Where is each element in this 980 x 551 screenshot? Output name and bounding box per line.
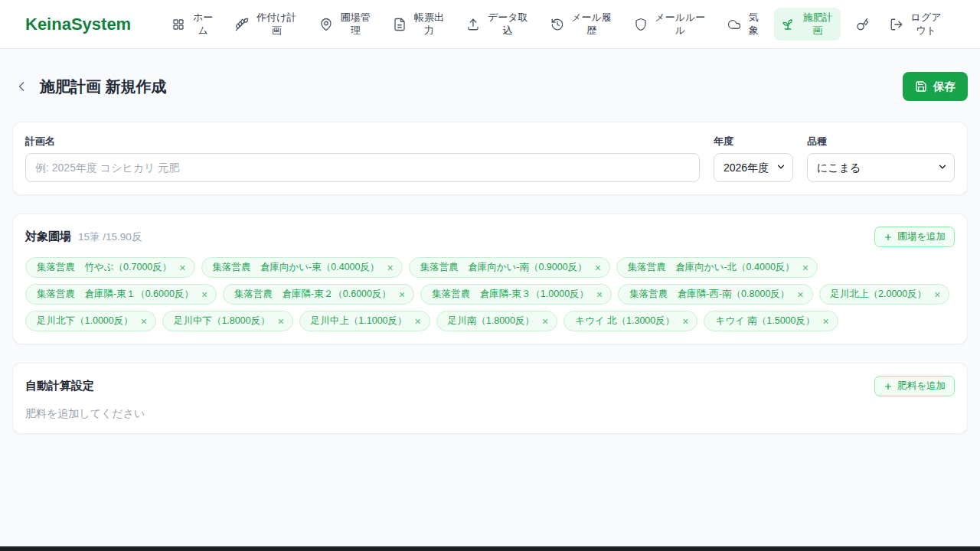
- nav-item-label: メールルール: [654, 11, 707, 37]
- field-tag: 集落営農 倉庫向かい-南（0.9000反）×: [409, 257, 610, 278]
- target-fields-count: 15筆 /15.90反: [78, 230, 142, 244]
- nav-item-label: 帳票出力: [413, 11, 446, 37]
- bottom-bar: [0, 546, 980, 551]
- field-tag: 集落営農 倉庫向かい-東（0.4000反）×: [201, 257, 403, 278]
- auto-calc-title: 自動計算設定: [25, 379, 94, 393]
- remove-field-button[interactable]: ×: [934, 289, 940, 300]
- variety-select[interactable]: にこまる: [807, 153, 955, 182]
- nav-item-data-import[interactable]: データ取込: [459, 8, 536, 41]
- remove-field-button[interactable]: ×: [278, 316, 284, 327]
- nav-item-label: ホーム: [191, 11, 214, 37]
- field-tag-label: 足川北下（1.0000反）: [37, 315, 133, 328]
- main-content: 施肥計画 新規作成 保存 計画名 年度 2026年度: [0, 72, 980, 434]
- nav-item-weather[interactable]: 気象: [720, 8, 767, 41]
- page-header: 施肥計画 新規作成 保存: [12, 72, 968, 101]
- remove-field-button[interactable]: ×: [682, 316, 688, 327]
- field-tag: 足川中上（1.1000反）×: [299, 311, 430, 331]
- field-tag: 集落営農 倉庫向かい-北（0.4000反）×: [616, 257, 818, 278]
- nav-item-label: 圃場管理: [339, 11, 372, 37]
- remove-field-button[interactable]: ×: [542, 316, 548, 327]
- nav-item-label: 施肥計画: [801, 11, 834, 37]
- field-tag: キウイ 北（1.3000反）×: [564, 311, 697, 331]
- remove-field-button[interactable]: ×: [596, 289, 603, 300]
- field-tag-label: 足川中下（1.8000反）: [174, 315, 270, 328]
- plan-name-field: 計画名: [25, 135, 700, 182]
- field-tag-list: 集落営農 竹やぶ（0.7000反）×集落営農 倉庫向かい-東（0.4000反）×…: [25, 257, 955, 331]
- field-tag-label: 集落営農 竹やぶ（0.7000反）: [37, 261, 172, 274]
- nav-item-report-output[interactable]: 帳票出力: [386, 8, 452, 41]
- nav-item-label: ログアウト: [910, 11, 942, 37]
- app-logo[interactable]: KeinaSystem: [25, 15, 131, 34]
- add-fertilizer-button-label: 肥料を追加: [897, 380, 946, 393]
- nav-item-api-key[interactable]: [848, 14, 876, 35]
- back-button[interactable]: [12, 77, 31, 96]
- history-icon: [550, 18, 564, 31]
- field-tag-label: 集落営農 倉庫隣-東３（1.0000反）: [432, 288, 589, 301]
- field-tag: 足川北上（2.0000反）×: [819, 284, 950, 305]
- remove-field-button[interactable]: ×: [802, 262, 808, 273]
- field-tag: 足川北下（1.0000反）×: [25, 311, 156, 331]
- nav-item-home[interactable]: ホーム: [165, 8, 221, 41]
- field-tag: 集落営農 竹やぶ（0.7000反）×: [25, 257, 195, 278]
- top-navbar: KeinaSystem ホーム作付け計画圃場管理帳票出力データ取込メール履歴メー…: [0, 0, 980, 49]
- remove-field-button[interactable]: ×: [201, 289, 207, 300]
- nav-item-label: メール履歴: [570, 11, 613, 37]
- field-tag-label: 集落営農 倉庫向かい-南（0.9000反）: [420, 261, 587, 274]
- remove-field-button[interactable]: ×: [415, 316, 421, 327]
- nav-item-field-management[interactable]: 圃場管理: [312, 8, 379, 41]
- document-icon: [393, 18, 407, 31]
- remove-field-button[interactable]: ×: [399, 289, 405, 300]
- plan-info-card: 計画名 年度 2026年度 品種 にこまる: [12, 122, 968, 195]
- key-icon: [855, 18, 869, 31]
- auto-calc-card: 自動計算設定 肥料を追加 肥料を追加してください: [12, 363, 968, 434]
- variety-field: 品種 にこまる: [807, 135, 955, 182]
- add-fertilizer-button[interactable]: 肥料を追加: [874, 376, 955, 396]
- home-grid-icon: [172, 18, 185, 31]
- nav-item-logout[interactable]: ログアウト: [883, 8, 949, 41]
- target-fields-card: 対象圃場 15筆 /15.90反 圃場を追加 集落営農 竹やぶ（0.7000反）…: [12, 214, 968, 344]
- save-button[interactable]: 保存: [903, 72, 968, 101]
- year-label: 年度: [714, 135, 793, 148]
- cloud-icon: [727, 18, 741, 31]
- wheat-icon: [235, 18, 249, 31]
- plan-name-input[interactable]: [25, 153, 700, 182]
- plus-icon: [884, 382, 893, 391]
- nav-item-mail-history[interactable]: メール履歴: [544, 8, 620, 41]
- remove-field-button[interactable]: ×: [141, 316, 147, 327]
- year-select[interactable]: 2026年度: [714, 153, 793, 182]
- field-tag-label: 集落営農 倉庫隣-東２（0.6000反）: [234, 288, 391, 301]
- remove-field-button[interactable]: ×: [595, 262, 601, 273]
- chevron-left-icon: [14, 79, 29, 94]
- logout-icon: [890, 18, 903, 31]
- variety-label: 品種: [807, 135, 955, 148]
- field-tag-label: キウイ 南（1.5000反）: [715, 315, 815, 328]
- field-tag-label: 集落営農 倉庫隣-西-南（0.8000反）: [629, 288, 789, 301]
- field-tag: 足川南（1.8000反）×: [436, 311, 557, 331]
- main-nav: ホーム作付け計画圃場管理帳票出力データ取込メール履歴メールルール気象施肥計画ログ…: [165, 8, 949, 41]
- field-tag-label: キウイ 北（1.3000反）: [575, 315, 675, 328]
- remove-field-button[interactable]: ×: [387, 262, 394, 273]
- map-pin-icon: [319, 18, 333, 31]
- shield-icon: [634, 18, 648, 31]
- field-tag-label: 集落営農 倉庫隣-東１（0.6000反）: [37, 288, 194, 301]
- add-field-button-label: 圃場を追加: [897, 230, 946, 243]
- upload-icon: [466, 18, 480, 31]
- nav-item-fertilization-plan[interactable]: 施肥計画: [774, 8, 841, 41]
- nav-item-mail-rules[interactable]: メールルール: [627, 8, 714, 41]
- field-tag: 集落営農 倉庫隣-西-南（0.8000反）×: [618, 284, 812, 305]
- nav-item-label: 作付け計画: [255, 11, 298, 37]
- field-tag-label: 集落営農 倉庫向かい-北（0.4000反）: [628, 261, 795, 274]
- remove-field-button[interactable]: ×: [823, 316, 829, 327]
- nav-item-planting-plan[interactable]: 作付け計画: [228, 8, 305, 41]
- field-tag: キウイ 南（1.5000反）×: [704, 311, 838, 331]
- year-field: 年度 2026年度: [714, 135, 793, 182]
- remove-field-button[interactable]: ×: [797, 289, 803, 300]
- remove-field-button[interactable]: ×: [179, 262, 185, 273]
- field-tag-label: 足川南（1.8000反）: [448, 315, 534, 328]
- page-title: 施肥計画 新規作成: [40, 77, 903, 97]
- plan-name-label: 計画名: [25, 135, 700, 148]
- add-field-button[interactable]: 圃場を追加: [874, 227, 955, 247]
- nav-item-label: データ取込: [486, 11, 529, 37]
- field-tag: 足川中下（1.8000反）×: [162, 311, 293, 331]
- save-icon: [915, 80, 927, 93]
